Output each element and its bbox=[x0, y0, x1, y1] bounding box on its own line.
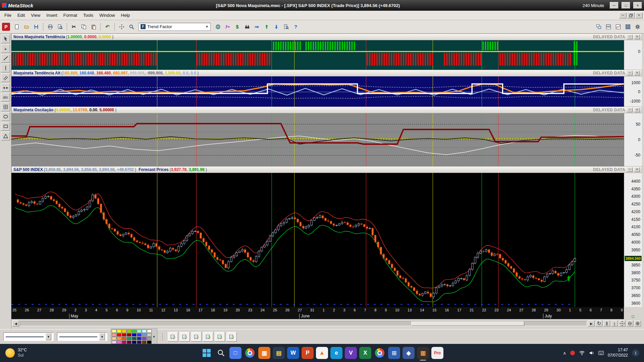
palette-color-swatch[interactable] bbox=[112, 341, 116, 344]
menu-view[interactable]: View bbox=[28, 11, 43, 19]
cut-button[interactable]: ✂ bbox=[69, 22, 78, 31]
palette-color-swatch[interactable] bbox=[117, 341, 121, 344]
channel-button[interactable] bbox=[1, 73, 10, 82]
notification-badge[interactable]: 1 bbox=[632, 349, 639, 357]
pan-button[interactable] bbox=[619, 320, 626, 326]
period-6-button[interactable] bbox=[226, 332, 237, 342]
period-4-button[interactable] bbox=[203, 332, 213, 342]
clock[interactable]: 17:47 07/07/2022 bbox=[608, 348, 628, 358]
help-button[interactable]: ? bbox=[291, 22, 300, 31]
oscillator-chart[interactable] bbox=[11, 113, 624, 166]
palette-color-swatch[interactable] bbox=[122, 333, 126, 337]
download-button[interactable] bbox=[272, 22, 281, 31]
palette-color-swatch[interactable] bbox=[137, 329, 142, 333]
line-style-dropdown[interactable]: ▼ bbox=[3, 333, 54, 341]
menu-edit[interactable]: Edit bbox=[14, 11, 28, 19]
taskbar-visual-studio-icon[interactable]: V bbox=[345, 347, 357, 359]
scrollbar-thumb[interactable] bbox=[411, 321, 525, 326]
panel-restore-button[interactable]: ▫ bbox=[627, 167, 633, 172]
palette-color-swatch[interactable] bbox=[127, 341, 131, 344]
indicator-dropdown[interactable]: F Trend Factor ▼ bbox=[139, 23, 211, 31]
palette-color-swatch[interactable] bbox=[112, 337, 116, 340]
palette-color-swatch[interactable] bbox=[142, 329, 147, 333]
panel-restore-button[interactable]: ▫ bbox=[627, 35, 633, 39]
nudge-button[interactable]: ◄► bbox=[1, 83, 10, 92]
grid-button[interactable] bbox=[1, 103, 10, 111]
palette-dropdown-arrow[interactable]: ▼ bbox=[152, 329, 156, 344]
panel-header[interactable]: S&P 500 INDEX (3,858.85, 3,894.56, 3,858… bbox=[11, 166, 642, 173]
menu-help[interactable]: Help bbox=[118, 11, 133, 19]
power-console-button[interactable]: P bbox=[2, 23, 10, 31]
refresh-button[interactable]: ↻ bbox=[596, 320, 602, 326]
open-button[interactable] bbox=[22, 22, 31, 31]
palette-color-swatch[interactable] bbox=[147, 337, 152, 340]
palette-color-swatch[interactable] bbox=[127, 333, 131, 337]
taskbar-search-icon[interactable] bbox=[215, 347, 227, 359]
tile-h-button[interactable] bbox=[604, 22, 613, 31]
taskbar-metastock-icon[interactable]: ▥ bbox=[258, 347, 270, 359]
text-tool-button[interactable]: abc bbox=[1, 93, 10, 102]
cascade-button[interactable] bbox=[594, 22, 603, 31]
palette-color-swatch[interactable] bbox=[132, 329, 137, 333]
taskbar-edge-icon[interactable]: e bbox=[330, 347, 342, 359]
zoom-button[interactable] bbox=[127, 22, 136, 31]
preview-button[interactable] bbox=[55, 22, 64, 31]
recording-status-icon[interactable] bbox=[570, 351, 575, 355]
period-5-button[interactable] bbox=[215, 332, 225, 342]
globe-button[interactable] bbox=[213, 22, 222, 31]
upload-button[interactable] bbox=[262, 22, 271, 31]
signal-bars-chart[interactable] bbox=[11, 40, 624, 70]
zoom-out-button[interactable]: ⊖ bbox=[627, 320, 633, 326]
new-button[interactable] bbox=[12, 22, 21, 31]
period-3-button[interactable] bbox=[191, 332, 202, 342]
pan-button[interactable] bbox=[117, 22, 126, 31]
taskbar-vlc-icon[interactable]: ▲ bbox=[316, 347, 328, 359]
palette-color-swatch[interactable] bbox=[142, 341, 147, 344]
panel-restore-button[interactable]: ▫ bbox=[627, 108, 633, 112]
wifi-icon[interactable] bbox=[579, 350, 585, 356]
period-1-button[interactable] bbox=[168, 332, 178, 342]
line-weight-dropdown[interactable]: ▼ bbox=[57, 333, 107, 341]
palette-color-swatch[interactable] bbox=[112, 333, 116, 337]
minimize-button[interactable]: ─ bbox=[610, 2, 619, 9]
taskbar-photos-icon[interactable]: ◆ bbox=[402, 347, 415, 359]
dollar-button[interactable]: $ bbox=[233, 22, 242, 31]
horizontal-scrollbar[interactable] bbox=[20, 321, 587, 326]
panel-close-button[interactable]: × bbox=[634, 167, 640, 172]
scroll-right-button[interactable]: ▶ bbox=[588, 320, 595, 326]
menu-window[interactable]: Window bbox=[96, 11, 118, 19]
gear-button[interactable] bbox=[633, 22, 642, 31]
ellipse-button[interactable] bbox=[1, 112, 10, 121]
menu-file[interactable]: File bbox=[1, 11, 14, 19]
close-button[interactable]: × bbox=[633, 2, 642, 9]
palette-color-swatch[interactable] bbox=[122, 329, 126, 333]
palette-color-swatch[interactable] bbox=[147, 341, 152, 344]
palette-color-swatch[interactable] bbox=[142, 333, 147, 337]
taskbar-file-explorer-icon[interactable]: ▤ bbox=[273, 347, 285, 359]
undo-button[interactable]: ↶ bbox=[103, 22, 112, 31]
rect-tool-button[interactable] bbox=[1, 122, 10, 131]
smiley-icon[interactable]: ☺ bbox=[630, 313, 635, 319]
taskbar-word-icon[interactable]: W bbox=[287, 347, 299, 359]
weather-widget[interactable]: 32°C Sol bbox=[0, 348, 32, 358]
copy-button[interactable] bbox=[79, 22, 88, 31]
select-button[interactable] bbox=[1, 35, 10, 43]
trend-lines-chart[interactable] bbox=[11, 76, 624, 107]
panel-header[interactable]: Maquineta Tendência Alt (165.889, 160.64… bbox=[11, 70, 642, 76]
menu-tools[interactable]: Tools bbox=[80, 11, 96, 19]
palette-color-swatch[interactable] bbox=[132, 333, 137, 337]
palette-color-swatch[interactable] bbox=[122, 341, 126, 344]
updown-button[interactable]: ↕ bbox=[611, 320, 618, 326]
palette-color-swatch[interactable] bbox=[147, 329, 152, 333]
taskbar-start-icon[interactable] bbox=[201, 347, 213, 359]
palette-color-swatch[interactable] bbox=[132, 341, 137, 344]
fx-button[interactable]: ƒ∞ bbox=[223, 22, 232, 31]
paste-button[interactable] bbox=[89, 22, 98, 31]
palette-color-swatch[interactable] bbox=[147, 333, 152, 337]
keyboard-icon[interactable] bbox=[598, 351, 604, 355]
taskbar-chrome-icon[interactable] bbox=[244, 347, 256, 359]
scroll-left-button[interactable]: ◀ bbox=[12, 320, 19, 326]
arrow-right-button[interactable]: ⇒ bbox=[252, 22, 261, 31]
tray-chevron-icon[interactable]: ∧ bbox=[563, 351, 566, 356]
pause-button[interactable]: ‖ bbox=[603, 320, 610, 326]
